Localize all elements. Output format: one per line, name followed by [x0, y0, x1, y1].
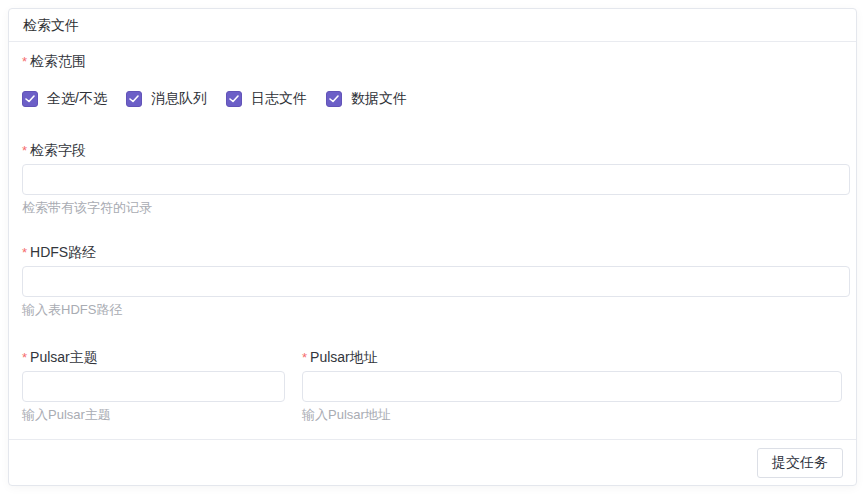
pulsar-address-label: Pulsar地址	[302, 348, 842, 367]
scope-checkbox-group: 全选/不选 消息队列 日志文件	[22, 90, 842, 108]
checkbox-checked-icon[interactable]	[126, 91, 142, 107]
pulsar-row: Pulsar主题 输入Pulsar主题 Pulsar地址 输入Pulsar地址	[22, 348, 842, 423]
hdfs-path-input[interactable]	[22, 266, 850, 297]
pulsar-topic-label: Pulsar主题	[22, 348, 285, 367]
form-item-pulsar-address: Pulsar地址 输入Pulsar地址	[302, 348, 842, 423]
checkbox-label-select-all[interactable]: 全选/不选	[47, 90, 107, 108]
pulsar-topic-input[interactable]	[22, 371, 285, 402]
card-footer: 提交任务	[9, 439, 856, 486]
checkbox-message-queue[interactable]: 消息队列	[126, 90, 207, 108]
checkbox-checked-icon[interactable]	[226, 91, 242, 107]
form-item-pulsar-topic: Pulsar主题 输入Pulsar主题	[22, 348, 285, 423]
hdfs-path-label: HDFS路经	[22, 243, 842, 262]
search-field-input[interactable]	[22, 164, 850, 195]
retrieve-file-form: 检索范围 全选/不选 消息队列	[9, 42, 856, 439]
search-field-hint: 检索带有该字符的记录	[22, 199, 842, 216]
checkbox-label-log-file[interactable]: 日志文件	[251, 90, 307, 108]
search-field-label: 检索字段	[22, 141, 842, 160]
card-title: 检索文件	[23, 17, 79, 33]
card-header: 检索文件	[9, 9, 856, 42]
hdfs-path-hint: 输入表HDFS路径	[22, 301, 842, 318]
checkbox-select-all[interactable]: 全选/不选	[22, 90, 107, 108]
checkbox-label-data-file[interactable]: 数据文件	[351, 90, 407, 108]
submit-task-button[interactable]: 提交任务	[757, 448, 843, 478]
retrieve-file-card: 检索文件 检索范围 全选/不选 消息队列	[8, 8, 857, 486]
form-item-hdfs-path: HDFS路经 输入表HDFS路径	[22, 243, 842, 318]
checkbox-log-file[interactable]: 日志文件	[226, 90, 307, 108]
scope-label: 检索范围	[22, 52, 842, 71]
checkbox-data-file[interactable]: 数据文件	[326, 90, 407, 108]
checkbox-checked-icon[interactable]	[326, 91, 342, 107]
checkbox-checked-icon[interactable]	[22, 91, 38, 107]
form-item-search-field: 检索字段 检索带有该字符的记录	[22, 141, 842, 216]
pulsar-address-input[interactable]	[302, 371, 842, 402]
checkbox-label-message-queue[interactable]: 消息队列	[151, 90, 207, 108]
pulsar-address-hint: 输入Pulsar地址	[302, 406, 842, 423]
form-item-scope: 检索范围 全选/不选 消息队列	[22, 52, 842, 108]
pulsar-topic-hint: 输入Pulsar主题	[22, 406, 285, 423]
